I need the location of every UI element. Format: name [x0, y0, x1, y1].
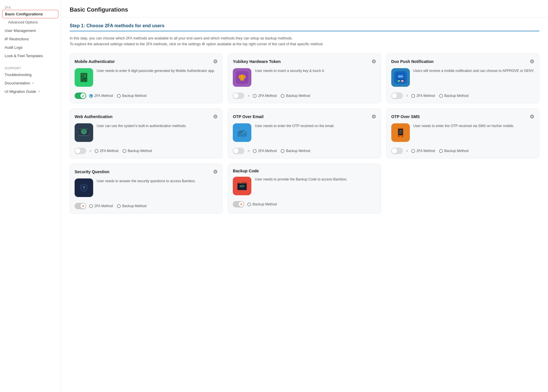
- card-footer: 2FA Method Backup Method: [75, 93, 218, 99]
- svg-rect-10: [84, 76, 85, 76]
- toggle-otp-email[interactable]: [233, 148, 244, 154]
- radio-group: 2FA Method Backup Method: [411, 94, 468, 98]
- sidebar-item-audit-logs[interactable]: Audit Logs: [0, 43, 61, 52]
- radio-2fa[interactable]: 2FA Method: [411, 94, 435, 98]
- radio-backup[interactable]: Backup Method: [439, 94, 468, 98]
- toggle-knob: [392, 93, 397, 98]
- radio-circle: [411, 149, 415, 153]
- toggle-knob: [233, 148, 239, 153]
- toggle-duo[interactable]: [391, 93, 403, 99]
- card-icon: OTP: [233, 123, 251, 142]
- svg-text:OTP: OTP: [83, 80, 85, 82]
- radio-circle: [253, 94, 257, 98]
- toggle-mobile-authenticator[interactable]: [75, 93, 86, 99]
- card-header: Yubikey Hardware Token ⚙: [233, 58, 376, 65]
- radio-2fa[interactable]: 2FA Method: [253, 149, 277, 153]
- card-desc: User can use the system's built-in authe…: [97, 123, 187, 129]
- card-body: DUO Users will receive a mobile notifica…: [391, 68, 534, 88]
- card-header: Security Question ⚙: [75, 169, 218, 175]
- card-icon: [75, 123, 93, 142]
- cards-row-1: Mobile Authenticator ⚙: [70, 53, 539, 103]
- sidebar-item-troubleshooting[interactable]: Troubleshooting: [0, 71, 61, 79]
- radio-group: 2FA Method Backup Method: [89, 94, 146, 98]
- toggle-yubikey[interactable]: [233, 93, 244, 99]
- radio-backup[interactable]: Backup Method: [281, 94, 310, 98]
- card-header: OTP Over Email ⚙: [233, 113, 376, 120]
- main-content: Basic Configurations Step 1: Choose 2FA …: [61, 0, 548, 392]
- card-desc: User needs to answer the security questi…: [97, 178, 196, 184]
- radio-group: 2FA Method Backup Method: [253, 94, 310, 98]
- card-body: Y User needs to insert a security key & …: [233, 68, 376, 88]
- toggle-security-question[interactable]: ✕: [75, 203, 86, 209]
- card-title: Backup Code: [233, 169, 259, 173]
- sidebar-item-label: UI Migration Guide: [5, 89, 36, 94]
- card-footer: ✕ 2FA Method Backup Method: [391, 148, 534, 154]
- svg-text:OTP: OTP: [240, 132, 242, 133]
- toggle-backup-code[interactable]: ✕: [233, 201, 244, 207]
- radio-backup[interactable]: Backup Method: [247, 202, 277, 206]
- svg-point-58: [239, 182, 239, 183]
- card-icon: DUO: [391, 68, 410, 87]
- x-mark: ✕: [247, 149, 250, 153]
- external-link-icon: ↗: [38, 90, 40, 93]
- toggle-otp-sms[interactable]: [391, 148, 403, 154]
- gear-icon[interactable]: ⚙: [213, 113, 218, 120]
- radio-2fa[interactable]: 2FA Method: [89, 94, 113, 98]
- radio-2fa[interactable]: 2FA Method: [411, 149, 435, 153]
- card-header: Backup Code: [233, 169, 376, 173]
- card-desc: User needs to enter 6 digit passcode gen…: [97, 68, 215, 73]
- toggle-knob: [233, 93, 239, 98]
- radio-backup[interactable]: Backup Method: [281, 149, 310, 153]
- card-header: Web Authentication ⚙: [75, 113, 218, 120]
- radio-group: 2FA Method Backup Method: [411, 149, 468, 153]
- sidebar-item-user-management[interactable]: User Management: [0, 26, 61, 35]
- card-title: OTP Over SMS: [391, 114, 420, 119]
- gear-icon[interactable]: ⚙: [372, 58, 376, 65]
- gear-icon[interactable]: ⚙: [530, 113, 534, 120]
- card-footer: ✕ 2FA Method Backup Method: [75, 203, 218, 209]
- gear-icon[interactable]: ⚙: [372, 113, 376, 120]
- card-header: OTP Over SMS ⚙: [391, 113, 534, 120]
- card-web-auth: Web Authentication ⚙: [70, 109, 223, 158]
- sidebar-item-label: Advanced Options: [8, 20, 38, 24]
- toggle-web-auth[interactable]: [75, 148, 86, 154]
- toggle-knob: ✕: [239, 202, 244, 207]
- gear-icon[interactable]: ⚙: [213, 169, 218, 175]
- gear-icon[interactable]: ⚙: [213, 58, 218, 65]
- card-otp-sms: OTP Over SMS ⚙ SMS: [386, 109, 539, 158]
- sidebar-item-label: Audit Logs: [5, 45, 22, 50]
- x-mark: ✕: [406, 149, 408, 153]
- radio-circle: [281, 149, 284, 153]
- sidebar-item-documentation[interactable]: Documentation ↗: [0, 79, 61, 87]
- svg-rect-5: [85, 75, 86, 75]
- card-desc: User needs to enter the OTP received on …: [255, 123, 334, 129]
- radio-circle: [89, 94, 93, 98]
- sidebar-item-advanced-options[interactable]: Advanced Options: [0, 18, 61, 26]
- svg-rect-50: [399, 133, 402, 133]
- radio-2fa[interactable]: 2FA Method: [253, 94, 277, 98]
- sidebar-item-ui-migration[interactable]: UI Migration Guide ↗: [0, 87, 61, 96]
- sidebar-item-ip-restrictions[interactable]: IP Restrictions: [0, 35, 61, 43]
- sidebar-support-group: SUPPORT: [0, 64, 61, 71]
- svg-rect-7: [82, 77, 83, 78]
- svg-rect-39: [79, 135, 89, 136]
- radio-2fa[interactable]: 2FA Method: [95, 149, 118, 153]
- card-body: SMS User needs to enter the OTP received…: [391, 123, 534, 144]
- radio-backup[interactable]: Backup Method: [439, 149, 468, 153]
- sidebar-item-label: Documentation: [5, 81, 30, 85]
- svg-point-60: [241, 182, 242, 183]
- card-footer: ✕ Backup Method: [233, 201, 376, 207]
- card-header: Mobile Authenticator ⚙: [75, 58, 218, 65]
- radio-circle: [95, 149, 98, 153]
- radio-backup[interactable]: Backup Method: [122, 149, 152, 153]
- radio-backup[interactable]: Backup Method: [117, 94, 146, 98]
- svg-rect-9: [84, 76, 84, 77]
- sidebar-item-look-feel[interactable]: Look & Feel Templates: [0, 52, 61, 60]
- sidebar-item-basic-configurations[interactable]: Basic Configurations: [2, 10, 58, 18]
- card-security-question: Security Question ⚙ ? User needs to answ: [70, 164, 223, 214]
- svg-rect-40: [80, 129, 88, 129]
- radio-backup[interactable]: Backup Method: [117, 204, 146, 208]
- gear-icon[interactable]: ⚙: [530, 58, 534, 65]
- radio-2fa[interactable]: 2FA Method: [89, 204, 113, 208]
- sidebar-item-label: Look & Feel Templates: [5, 54, 43, 58]
